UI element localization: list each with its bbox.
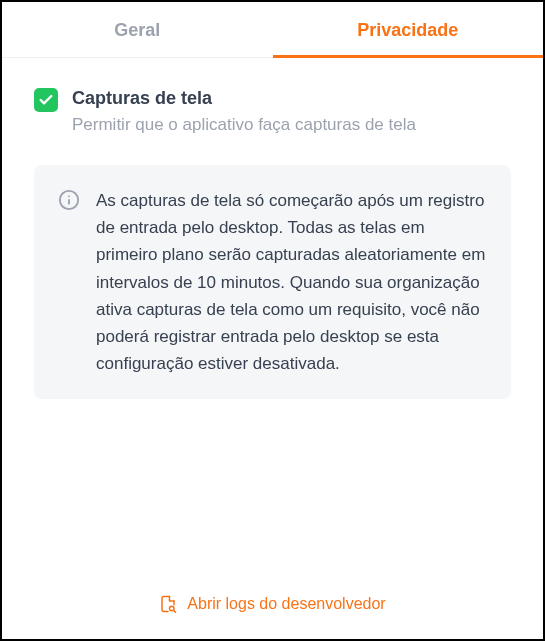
screenshot-setting-description: Permitir que o aplicativo faça capturas … bbox=[72, 113, 416, 137]
footer: Abrir logs do desenvolvedor bbox=[2, 577, 543, 639]
info-icon bbox=[58, 189, 80, 211]
tab-bar: Geral Privacidade bbox=[2, 2, 543, 58]
open-dev-logs-label: Abrir logs do desenvolvedor bbox=[187, 595, 385, 613]
tab-privacy[interactable]: Privacidade bbox=[273, 2, 544, 57]
screenshot-setting-text: Capturas de tela Permitir que o aplicati… bbox=[72, 86, 416, 137]
check-icon bbox=[38, 92, 54, 108]
info-box: As capturas de tela só começarão após um… bbox=[34, 165, 511, 399]
tab-content: Capturas de tela Permitir que o aplicati… bbox=[2, 58, 543, 577]
screenshot-setting-row: Capturas de tela Permitir que o aplicati… bbox=[34, 86, 511, 137]
settings-window: Geral Privacidade Capturas de tela Permi… bbox=[0, 0, 545, 641]
tab-general[interactable]: Geral bbox=[2, 2, 273, 57]
screenshot-setting-title: Capturas de tela bbox=[72, 86, 416, 111]
info-text: As capturas de tela só começarão após um… bbox=[96, 187, 487, 377]
document-search-icon bbox=[159, 595, 177, 613]
screenshot-checkbox[interactable] bbox=[34, 88, 58, 112]
svg-line-4 bbox=[174, 610, 176, 612]
open-dev-logs-link[interactable]: Abrir logs do desenvolvedor bbox=[159, 595, 385, 613]
